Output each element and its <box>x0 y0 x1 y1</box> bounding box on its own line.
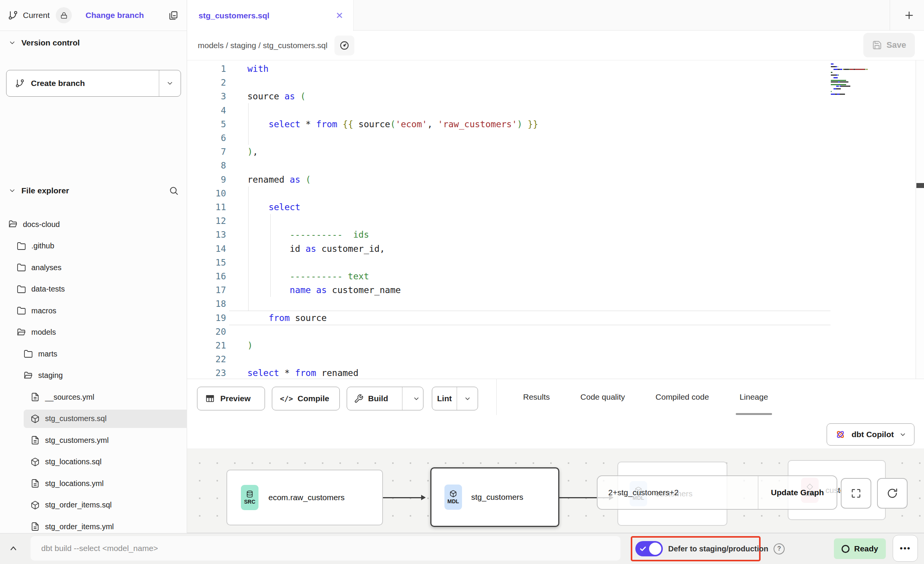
code-text: name as customer_name <box>247 283 401 297</box>
file-tree-item--sources-yml[interactable]: __sources.yml <box>0 386 218 408</box>
update-graph-button[interactable]: Update Graph <box>758 476 837 509</box>
file-tree-item-label: analyses <box>31 263 61 272</box>
lineage-node-model-selected[interactable]: MDL stg_customers <box>430 467 559 527</box>
file-tree-item-data-tests[interactable]: data-tests <box>0 279 204 300</box>
code-line-19[interactable]: 19 from source <box>187 311 830 325</box>
breadcrumb: models / staging / stg_customers.sql <box>198 41 328 50</box>
tab-stg-customers-sql[interactable]: stg_customers.sql ✕ <box>187 0 354 31</box>
line-number: 6 <box>187 131 226 145</box>
lint-button[interactable]: Lint <box>432 387 478 410</box>
save-button[interactable]: Save <box>863 33 915 57</box>
more-options-button[interactable]: ••• <box>893 535 918 562</box>
cube-icon <box>449 490 457 498</box>
panel-tab-code-quality[interactable]: Code quality <box>580 379 625 415</box>
file-tree-item-marts[interactable]: marts <box>0 343 211 365</box>
new-tab-button[interactable] <box>894 0 924 31</box>
file-tree-item-stg-locations-yml[interactable]: stg_locations.yml <box>0 473 218 494</box>
refresh-icon <box>886 487 898 499</box>
lint-dropdown[interactable] <box>457 395 478 402</box>
database-icon <box>246 490 254 498</box>
code-line-16[interactable]: 16 ---------- text <box>187 269 830 283</box>
code-line-9[interactable]: 9renamed as ( <box>187 173 830 186</box>
file-icon <box>31 436 40 445</box>
file-tree-item-label: models <box>31 328 56 337</box>
code-line-4[interactable]: 4 <box>187 104 830 117</box>
file-tree-item-label: staging <box>38 371 63 380</box>
file-tree-item--github[interactable]: .github <box>0 235 204 257</box>
code-line-8[interactable]: 8 <box>187 159 830 172</box>
code-line-21[interactable]: 21) <box>187 339 830 352</box>
build-dropdown[interactable] <box>402 395 423 402</box>
file-tree-item-stg-customers-yml[interactable]: stg_customers.yml <box>0 429 218 451</box>
lineage-node-source[interactable]: SRC ecom.raw_customers <box>226 470 383 525</box>
model-icon <box>31 457 40 467</box>
panel-tab-results[interactable]: Results <box>523 379 550 415</box>
line-number: 5 <box>187 117 226 131</box>
chevron-up-icon[interactable] <box>8 543 19 554</box>
file-tree-item-stg-order-items-sql[interactable]: stg_order_items.sql <box>0 494 218 516</box>
preview-button[interactable]: Preview <box>197 387 265 410</box>
code-line-13[interactable]: 13 ---------- ids <box>187 228 830 241</box>
code-line-11[interactable]: 11 select <box>187 200 830 214</box>
code-text: ---------- text <box>247 269 369 283</box>
code-editor[interactable]: 1with23source as (45 select * from {{ so… <box>187 60 924 379</box>
code-line-23[interactable]: 23select * from renamed <box>187 366 830 379</box>
file-tree-item-stg-locations-sql[interactable]: stg_locations.sql <box>0 451 218 473</box>
code-line-6[interactable]: 6 <box>187 131 830 145</box>
command-input[interactable] <box>31 536 620 561</box>
fullscreen-button[interactable] <box>841 478 871 509</box>
line-number: 14 <box>187 242 226 256</box>
file-tree-item-stg-customers-sql[interactable]: stg_customers.sql <box>0 408 218 429</box>
scrollbar-thumb[interactable] <box>916 183 924 188</box>
lint-main[interactable]: Lint <box>432 387 457 410</box>
code-line-3[interactable]: 3source as ( <box>187 89 830 103</box>
file-tree-item-docs-cloud[interactable]: docs-cloud <box>0 214 195 235</box>
gauge-icon[interactable] <box>334 36 354 55</box>
compile-label: Compile <box>297 394 329 403</box>
line-number: 18 <box>187 297 226 311</box>
code-line-20[interactable]: 20 <box>187 325 830 339</box>
code-text: select * from {{ source('ecom', 'raw_cus… <box>247 117 538 131</box>
line-number: 15 <box>187 256 226 269</box>
build-button[interactable]: Build <box>347 387 423 410</box>
lineage-selector-input[interactable] <box>598 476 758 509</box>
file-tree-item-analyses[interactable]: analyses <box>0 257 204 278</box>
code-line-2[interactable]: 2 <box>187 76 830 89</box>
lineage-canvas[interactable]: SRC ecom.raw_customers MDL stg_customers… <box>187 449 924 533</box>
dbt-copilot-button[interactable]: dbt Copilot <box>827 423 914 446</box>
file-tree-item-label: stg_order_items.sql <box>45 501 112 509</box>
code-line-10[interactable]: 10 <box>187 186 830 200</box>
line-number: 7 <box>187 145 226 159</box>
code-line-7[interactable]: 7), <box>187 145 830 159</box>
file-tree-item-staging[interactable]: staging <box>0 365 211 386</box>
editor-scrollbar[interactable] <box>916 60 924 379</box>
help-icon[interactable]: ? <box>774 543 785 554</box>
folder-open-icon <box>8 220 18 229</box>
panel-tabs: ResultsCode qualityCompiled codeLineage <box>523 379 768 415</box>
code-line-17[interactable]: 17 name as customer_name <box>187 283 830 297</box>
code-line-18[interactable]: 18 <box>187 297 830 311</box>
dbt-copilot-icon <box>835 429 846 440</box>
chevron-down-icon <box>464 395 471 402</box>
compile-button[interactable]: </> Compile <box>272 387 340 410</box>
close-icon[interactable]: ✕ <box>336 10 343 21</box>
refresh-button[interactable] <box>877 478 908 509</box>
dbt-copilot-label: dbt Copilot <box>851 430 894 439</box>
file-tree-item-models[interactable]: models <box>0 322 204 343</box>
code-line-15[interactable]: 15 <box>187 256 830 269</box>
code-line-14[interactable]: 14 id as customer_id, <box>187 242 830 256</box>
defer-toggle[interactable] <box>635 541 663 556</box>
divider <box>496 379 497 415</box>
code-line-12[interactable]: 12 <box>187 214 830 228</box>
code-line-22[interactable]: 22 <box>187 352 830 366</box>
panel-tab-compiled-code[interactable]: Compiled code <box>656 379 709 415</box>
file-tree-item-macros[interactable]: macros <box>0 300 204 321</box>
file-tree-item-label: marts <box>38 350 57 358</box>
panel-tab-lineage[interactable]: Lineage <box>740 379 768 415</box>
status-badge[interactable]: Ready <box>834 538 886 559</box>
code-line-1[interactable]: 1with <box>187 62 830 76</box>
code-line-5[interactable]: 5 select * from {{ source('ecom', 'raw_c… <box>187 117 830 131</box>
build-main[interactable]: Build <box>347 387 402 410</box>
node-label: stg_customers <box>471 493 523 502</box>
line-number: 16 <box>187 269 226 283</box>
